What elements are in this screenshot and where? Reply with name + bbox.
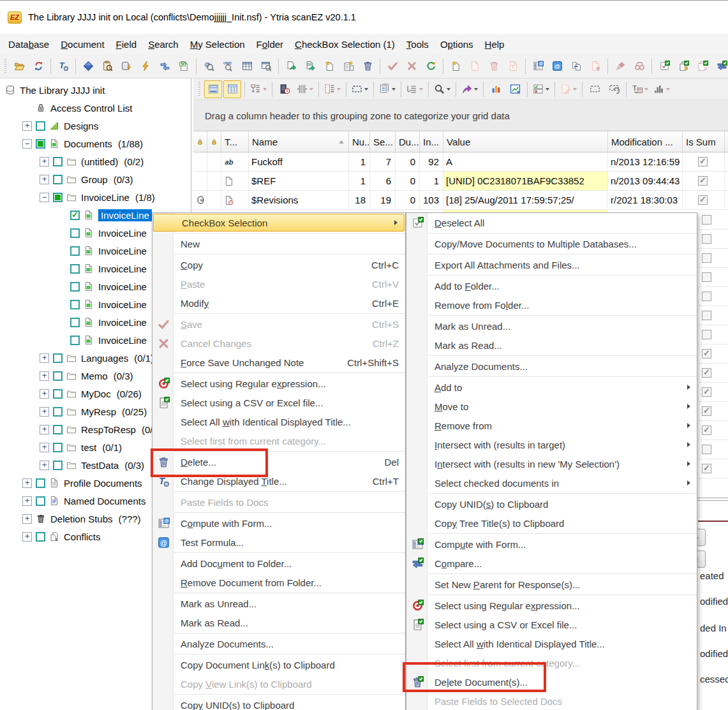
dropdown-arrow-icon[interactable] (263, 88, 267, 91)
tree-item-group[interactable]: +Group(0/3) (0, 170, 191, 188)
summary-checkbox[interactable] (702, 406, 711, 416)
cell-dup[interactable]: 0 (396, 172, 420, 190)
copy-cells-button[interactable] (377, 80, 397, 98)
column-header-t[interactable]: T... (221, 131, 249, 152)
tree-expander-icon[interactable]: + (40, 353, 49, 363)
toolbar-grip[interactable] (4, 59, 6, 74)
views-grid-button[interactable] (238, 57, 256, 75)
export-dxl-button[interactable]: DXL (301, 57, 319, 75)
menubar-item-folder[interactable]: Folder (251, 36, 290, 53)
menu-item-deselect-all[interactable]: Deselect All (406, 213, 697, 232)
chart-window-button[interactable] (506, 80, 524, 98)
column-header-in[interactable]: In... (420, 131, 443, 152)
dropdown-arrow-icon[interactable] (447, 88, 450, 91)
menu-item-mark-as-unread[interactable]: Mark as Unread... (152, 594, 405, 613)
menubar-item-document[interactable]: Document (55, 36, 110, 53)
menu-item-copy-tree-title-s-to-clipboard[interactable]: Copy Tree Title(s) to Clipboard (406, 514, 697, 533)
search-unid-button[interactable]: UNID (219, 57, 237, 75)
menubar-item-checkbox-selection-1[interactable]: CheckBox Selection (1) (289, 36, 401, 53)
reload-note-button[interactable] (422, 57, 440, 75)
menu-item-force-save-unchanged-note[interactable]: Force Save Unchanged NoteCtrl+Shift+S (152, 353, 405, 372)
new-document-button[interactable] (320, 57, 338, 75)
layout-preview-button[interactable] (204, 80, 222, 98)
summary-checkbox[interactable] (702, 349, 711, 359)
menu-item-export-all-attachments-and-files[interactable]: Export All Attachments and Files... (406, 255, 697, 274)
menu-item-add-to[interactable]: Add to (406, 378, 697, 397)
cell-dup[interactable]: 0 (396, 191, 420, 209)
menu-item-mark-as-unread[interactable]: Mark as Unread... (406, 316, 697, 336)
menubar-item-help[interactable]: Help (479, 36, 510, 53)
menu-item-checkbox-selection[interactable]: CheckBox Selection (153, 214, 405, 232)
dropdown-arrow-icon[interactable] (419, 88, 423, 91)
dropdown-arrow-icon[interactable] (474, 88, 478, 91)
tree-checkbox[interactable] (70, 282, 80, 292)
cell-type[interactable]: ab (221, 152, 249, 171)
tree-checkbox[interactable] (53, 407, 63, 417)
menu-item-modify[interactable]: ModifyCtrl+E (152, 293, 405, 313)
tree-checkbox[interactable] (53, 425, 63, 434)
freeze-columns-button[interactable] (276, 80, 293, 98)
menubar-item-my-selection[interactable]: My Selection (184, 36, 251, 53)
tree-checkbox[interactable] (53, 443, 63, 452)
menu-item-compute-with-form[interactable]: @Compute with Form... (406, 535, 697, 554)
cell-is-summary[interactable] (683, 191, 725, 209)
new-note-button[interactable] (447, 57, 464, 75)
summary-checkbox[interactable] (698, 157, 708, 166)
menu-item-select-first-from-current-category[interactable]: Select first from current category... (152, 431, 405, 450)
tree-checkbox[interactable] (53, 461, 63, 470)
cell-num[interactable]: 1 (349, 152, 370, 171)
chart-values-button[interactable] (487, 80, 505, 98)
menu-item-test-formula[interactable]: @Test Formula... (152, 533, 405, 552)
cell-seq[interactable]: 19 (370, 191, 396, 209)
tree-checkbox[interactable] (53, 389, 63, 399)
cell-len[interactable]: 92 (420, 152, 443, 171)
clean-fields-button[interactable] (611, 57, 629, 75)
row-selection-button[interactable] (531, 80, 551, 98)
tree-expander-icon[interactable]: + (40, 443, 49, 452)
audit-database-button[interactable] (98, 57, 116, 75)
menu-item-analyze-documents[interactable]: Analyze Documents... (406, 357, 697, 376)
tree-checkbox[interactable] (53, 157, 63, 166)
menu-item-set-new-parent-for-response-s[interactable]: Set New Parent for Response(s)... (406, 575, 697, 594)
menu-item-select-using-regular-expression[interactable]: Select using Regular expression... (406, 596, 697, 615)
summary-checkbox[interactable] (698, 195, 708, 205)
menu-item-copy-unid-s-to-clipboard[interactable]: Copy UNID(s) to Clipboard (406, 494, 697, 514)
tree-checkbox[interactable] (70, 336, 80, 345)
preview-window-button[interactable] (257, 57, 275, 75)
tree-expander-icon[interactable]: + (40, 389, 49, 399)
tree-expander-icon[interactable]: + (22, 121, 32, 131)
cell-modification[interactable]: r/2021 18:30:03 (608, 191, 683, 209)
summary-checkbox[interactable] (702, 234, 711, 244)
menu-item-select-all-with-identical-displayed-title[interactable]: Select All with Identical Displayed Titl… (152, 412, 405, 431)
cell-type[interactable] (221, 172, 249, 190)
menu-item-copy-move-documents-to-multiple-databases[interactable]: Copy/Move Documents to Multiple Database… (406, 234, 697, 253)
select-dotted-button[interactable] (694, 57, 711, 75)
menu-item-intersect-with-results-in-target[interactable]: Intersect with (results in target) (406, 435, 697, 454)
tree-expander-icon[interactable]: + (22, 496, 32, 506)
database-agents-button[interactable] (117, 57, 135, 75)
menu-item-cancel-changes[interactable]: Cancel ChangesCtrl+Z (152, 334, 405, 353)
grouping-zone[interactable]: Drag a column header to this grouping zo… (193, 100, 728, 131)
tree-checkbox[interactable] (70, 318, 80, 327)
search-formula-button[interactable]: @ (200, 57, 218, 75)
summary-checkbox[interactable] (702, 425, 711, 435)
tree-checkbox[interactable] (36, 121, 45, 131)
summary-checkbox[interactable] (702, 387, 711, 397)
summary-checkbox[interactable] (702, 272, 711, 282)
copy-note-button[interactable] (466, 57, 484, 75)
column-header-modification[interactable]: Modification ... (608, 131, 683, 152)
save-note-button[interactable] (383, 57, 401, 75)
cell-num[interactable]: 1 (349, 172, 370, 190)
column-header-du[interactable]: Du... (396, 131, 420, 152)
open-database-button[interactable] (10, 57, 28, 75)
grid-search-button[interactable] (432, 80, 452, 98)
show-deletions-button[interactable] (586, 80, 604, 98)
grouping-button[interactable] (248, 80, 269, 98)
menu-item-mark-as-read[interactable]: Mark as Read... (406, 336, 697, 355)
menu-item-add-document-to-folder[interactable]: Add Document to Folder... (152, 554, 405, 573)
toolbar-grip[interactable] (198, 82, 200, 97)
database-properties-button[interactable] (79, 57, 97, 75)
dropdown-arrow-icon[interactable] (546, 88, 549, 91)
value-distribution-button[interactable] (651, 80, 672, 98)
tree-expander-icon[interactable]: − (22, 139, 32, 149)
